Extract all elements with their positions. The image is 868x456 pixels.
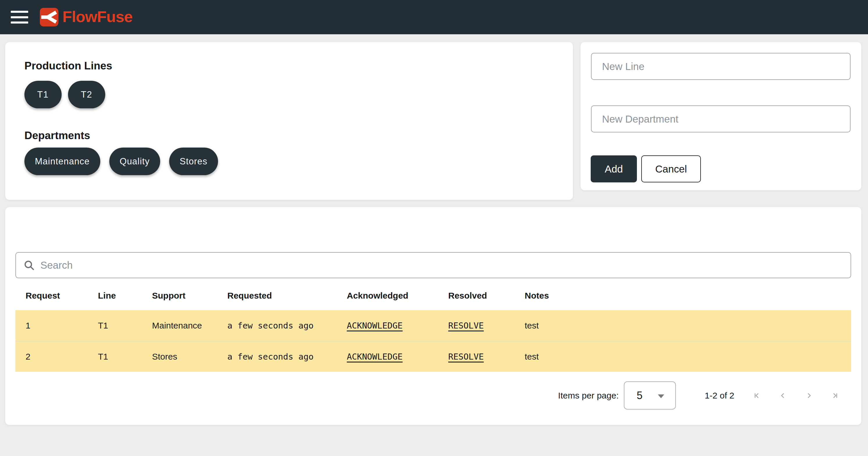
chip-dept-maintenance[interactable]: Maintenance — [24, 148, 100, 175]
column-header-support: Support — [152, 291, 227, 301]
table-header-row: Request Line Support Requested Acknowled… — [16, 286, 851, 306]
departments-chips: Maintenance Quality Stores — [24, 148, 227, 175]
brand-wordmark: FlowFuse — [62, 7, 132, 26]
filters-card: Production Lines T1 T2 Departments Maint… — [5, 42, 573, 200]
resolve-link[interactable]: RESOLVE — [448, 321, 484, 330]
chip-line-t2[interactable]: T2 — [68, 81, 105, 108]
add-button[interactable]: Add — [591, 155, 637, 183]
cell-notes: test — [525, 321, 851, 330]
acknowledge-link[interactable]: ACKNOWLEDGE — [347, 321, 403, 330]
cell-requested-time: a few seconds ago — [227, 321, 347, 330]
cell-line: T1 — [98, 321, 152, 330]
new-department-input[interactable] — [591, 105, 850, 132]
production-lines-chips: T1 T2 — [24, 81, 112, 108]
search-input[interactable] — [16, 252, 851, 278]
table-row: 2 T1 Stores a few seconds ago ACKNOWLEDG… — [16, 341, 851, 372]
resolve-link[interactable]: RESOLVE — [448, 352, 484, 362]
cell-support: Stores — [152, 352, 227, 362]
dropdown-caret-icon — [658, 394, 664, 398]
column-header-acknowledged: Acknowledged — [347, 291, 448, 301]
table-body: 1 T1 Maintenance a few seconds ago ACKNO… — [16, 310, 851, 372]
chip-dept-stores[interactable]: Stores — [169, 148, 218, 175]
app-header: FlowFuse — [0, 0, 868, 34]
table-row: 1 T1 Maintenance a few seconds ago ACKNO… — [16, 310, 851, 341]
items-per-page-value: 5 — [637, 390, 643, 402]
column-header-line: Line — [98, 291, 152, 301]
cancel-button[interactable]: Cancel — [641, 155, 701, 183]
items-per-page-label: Items per page: — [558, 391, 619, 400]
hamburger-menu-icon[interactable] — [11, 11, 28, 24]
chip-dept-quality[interactable]: Quality — [109, 148, 160, 175]
pagination-bar: Items per page: 5 1-2 of 2 — [558, 381, 839, 410]
support-table-card: Request Line Support Requested Acknowled… — [5, 207, 861, 425]
column-header-request: Request — [16, 291, 98, 301]
column-header-resolved: Resolved — [448, 291, 525, 301]
previous-page-icon[interactable] — [779, 392, 786, 399]
last-page-icon[interactable] — [831, 392, 839, 399]
column-header-requested: Requested — [227, 291, 347, 301]
cell-notes: test — [525, 352, 851, 362]
items-per-page-select[interactable]: 5 — [624, 381, 676, 410]
flowfuse-logo-icon — [40, 8, 58, 26]
production-lines-title: Production Lines — [24, 60, 112, 72]
first-page-icon[interactable] — [753, 392, 761, 399]
column-header-notes: Notes — [525, 291, 851, 301]
new-line-input[interactable] — [591, 53, 850, 80]
search-field-wrap — [16, 252, 851, 278]
add-form-card: Add Cancel — [581, 42, 861, 190]
departments-title: Departments — [24, 129, 90, 142]
cell-request-id: 1 — [16, 321, 98, 330]
pagination-range-label: 1-2 of 2 — [705, 391, 734, 400]
pagination-nav — [753, 392, 839, 399]
chip-line-t1[interactable]: T1 — [24, 81, 62, 108]
cell-request-id: 2 — [16, 352, 98, 362]
cell-requested-time: a few seconds ago — [227, 352, 347, 362]
cell-support: Maintenance — [152, 321, 227, 330]
next-page-icon[interactable] — [805, 392, 813, 399]
cell-line: T1 — [98, 352, 152, 362]
acknowledge-link[interactable]: ACKNOWLEDGE — [347, 352, 403, 362]
